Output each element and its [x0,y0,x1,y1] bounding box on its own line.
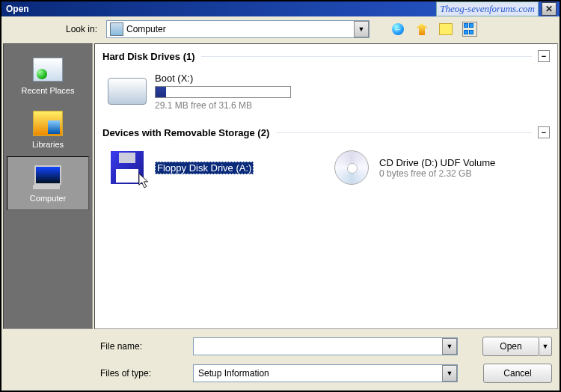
group-title: Devices with Removable Storage (2) [102,127,269,138]
chevron-down-icon[interactable]: ▼ [442,365,457,382]
open-dialog: Open Theog-sevenforums.com ✕ Look in: Co… [0,0,561,392]
recent-places-icon [33,58,63,82]
libraries-icon [33,111,63,136]
lookin-label: Look in: [1,24,102,34]
bottom-panel: File name: ▼ Open ▼ Files of type: Setup… [1,331,560,391]
group-header[interactable]: Devices with Removable Storage (2) − [102,126,550,138]
views-icon [462,22,477,37]
lookin-toolbar: ← [389,20,479,38]
middle-area: Recent Places Libraries Computer Hard Di… [1,42,560,331]
drive-name: CD Drive (D:) UDF Volume [379,157,495,168]
chevron-down-icon[interactable]: ▼ [354,21,369,37]
new-folder-button[interactable] [437,20,455,38]
space-bar [155,86,291,98]
drive-name: Floppy Disk Drive (A:) [155,162,254,174]
group-title: Hard Disk Drives (1) [102,51,195,62]
group-removable-storage: Devices with Removable Storage (2) − Flo… [102,126,550,188]
views-button[interactable] [461,20,479,38]
back-icon: ← [392,23,404,35]
group-header[interactable]: Hard Disk Drives (1) − [102,50,550,62]
floppy-icon [111,151,144,184]
drive-item-cd[interactable]: CD Drive (D:) UDF Volume 0 bytes free of… [330,147,532,188]
drive-subtext: 0 bytes free of 2.32 GB [379,168,495,179]
place-label: Recent Places [22,86,75,95]
back-button[interactable]: ← [389,20,407,38]
chevron-down-icon[interactable]: ▼ [442,338,457,355]
window-title: Open [6,4,29,14]
place-label: Libraries [32,140,64,149]
place-label: Computer [30,194,66,203]
place-recent[interactable]: Recent Places [7,49,89,102]
place-libraries[interactable]: Libraries [7,102,89,156]
filename-input[interactable]: ▼ [193,337,458,355]
filetype-combo[interactable]: Setup Information ▼ [193,364,458,382]
up-icon [416,23,428,35]
folder-icon [439,23,453,35]
places-bar: Recent Places Libraries Computer [3,43,93,329]
place-computer[interactable]: Computer [7,156,89,210]
file-list-view[interactable]: Hard Disk Drives (1) − Boot (X:) 29.1 MB… [94,43,558,329]
cancel-button[interactable]: Cancel [483,364,552,383]
collapse-icon[interactable]: − [538,126,550,138]
drive-subtext: 29.1 MB free of 31.6 MB [155,100,291,111]
lookin-row: Look in: Computer ▼ ← [1,16,560,42]
watermark: Theog-sevenforums.com [436,1,539,16]
drive-item-floppy[interactable]: Floppy Disk Drive (A:) [105,147,307,188]
up-button[interactable] [413,20,431,38]
collapse-icon[interactable]: − [538,50,550,62]
group-hard-disk-drives: Hard Disk Drives (1) − Boot (X:) 29.1 MB… [102,50,550,111]
hard-drive-icon [108,78,147,105]
lookin-combo[interactable]: Computer ▼ [106,20,370,38]
close-button[interactable]: ✕ [542,2,557,16]
cd-icon [334,150,369,185]
filename-label: File name: [1,341,188,352]
computer-icon [110,22,123,36]
close-icon: ✕ [545,4,553,14]
filetype-label: Files of type: [1,368,188,379]
title-bar: Open Theog-sevenforums.com ✕ [1,1,560,16]
filetype-value: Setup Information [198,368,269,379]
open-button[interactable]: Open [482,337,539,356]
drive-item-boot[interactable]: Boot (X:) 29.1 MB free of 31.6 MB [105,71,307,111]
lookin-value: Computer [126,24,166,34]
computer-icon [33,165,63,189]
open-dropdown-button[interactable]: ▼ [539,337,552,356]
drive-name: Boot (X:) [155,73,291,84]
